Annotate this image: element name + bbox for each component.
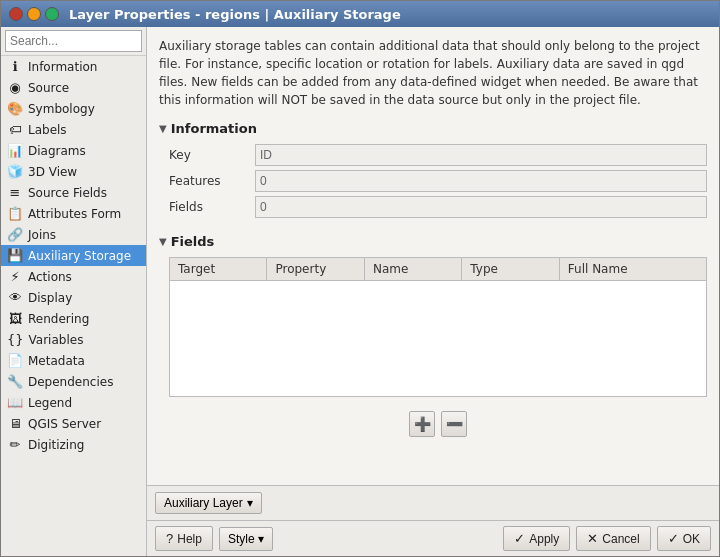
sidebar-item-display[interactable]: 👁 Display [1, 287, 146, 308]
sidebar-item-legend[interactable]: 📖 Legend [1, 392, 146, 413]
ok-label: OK [683, 532, 700, 546]
sidebar-item-label: Information [28, 60, 97, 74]
remove-field-button[interactable]: ➖ [441, 411, 467, 437]
sidebar-item-3d-view[interactable]: 🧊 3D View [1, 161, 146, 182]
sidebar-item-actions[interactable]: ⚡ Actions [1, 266, 146, 287]
footer-bar: ? Help Style ▾ ✓ Apply ✕ Cancel [147, 520, 719, 556]
style-arrow-icon: ▾ [258, 532, 264, 546]
close-button[interactable] [9, 7, 23, 21]
col-target: Target [170, 258, 267, 280]
symbology-icon: 🎨 [7, 101, 23, 116]
key-input[interactable] [255, 144, 707, 166]
titlebar: Layer Properties - regions | Auxiliary S… [1, 1, 719, 27]
sidebar-item-label: Source [28, 81, 69, 95]
content-area: Auxiliary storage tables can contain add… [147, 27, 719, 556]
add-icon: ➕ [414, 416, 431, 432]
cancel-label: Cancel [602, 532, 639, 546]
fields-form-label: Fields [169, 196, 249, 218]
source-fields-icon: ≡ [7, 185, 23, 200]
fields-form-input[interactable] [255, 196, 707, 218]
rendering-icon: 🖼 [7, 311, 23, 326]
main-area: ℹ Information ◉ Source 🎨 Symbology 🏷 Lab… [1, 27, 719, 556]
dependencies-icon: 🔧 [7, 374, 23, 389]
sidebar-item-qgis-server[interactable]: 🖥 QGIS Server [1, 413, 146, 434]
apply-button[interactable]: ✓ Apply [503, 526, 570, 551]
col-property: Property [267, 258, 364, 280]
fields-arrow-icon: ▼ [159, 236, 167, 247]
qgis-server-icon: 🖥 [7, 416, 23, 431]
sidebar-item-label: Diagrams [28, 144, 86, 158]
help-label: Help [177, 532, 202, 546]
add-field-button[interactable]: ➕ [409, 411, 435, 437]
display-icon: 👁 [7, 290, 23, 305]
maximize-button[interactable] [45, 7, 59, 21]
sidebar-item-rendering[interactable]: 🖼 Rendering [1, 308, 146, 329]
fields-table-container: Target Property Name Type Full Name [169, 257, 707, 397]
sidebar-item-source-fields[interactable]: ≡ Source Fields [1, 182, 146, 203]
features-input[interactable] [255, 170, 707, 192]
features-label: Features [169, 170, 249, 192]
minimize-button[interactable] [27, 7, 41, 21]
sidebar-item-metadata[interactable]: 📄 Metadata [1, 350, 146, 371]
key-label: Key [169, 144, 249, 166]
cancel-button[interactable]: ✕ Cancel [576, 526, 650, 551]
information-icon: ℹ [7, 59, 23, 74]
legend-icon: 📖 [7, 395, 23, 410]
style-button[interactable]: Style ▾ [219, 527, 273, 551]
labels-icon: 🏷 [7, 122, 23, 137]
ok-icon: ✓ [668, 531, 679, 546]
sidebar-item-label: Auxiliary Storage [28, 249, 131, 263]
sidebar: ℹ Information ◉ Source 🎨 Symbology 🏷 Lab… [1, 27, 147, 556]
joins-icon: 🔗 [7, 227, 23, 242]
sidebar-item-attributes-form[interactable]: 📋 Attributes Form [1, 203, 146, 224]
window-title: Layer Properties - regions | Auxiliary S… [69, 7, 401, 22]
sidebar-item-dependencies[interactable]: 🔧 Dependencies [1, 371, 146, 392]
information-form: Key Features Fields [169, 144, 707, 218]
sidebar-item-variables[interactable]: {} Variables [1, 329, 146, 350]
sidebar-item-diagrams[interactable]: 📊 Diagrams [1, 140, 146, 161]
auxiliary-layer-label: Auxiliary Layer [164, 496, 243, 510]
sidebar-item-symbology[interactable]: 🎨 Symbology [1, 98, 146, 119]
help-icon: ? [166, 531, 173, 546]
description-text: Auxiliary storage tables can contain add… [159, 37, 707, 109]
sidebar-item-label: Display [28, 291, 72, 305]
diagrams-icon: 📊 [7, 143, 23, 158]
col-fullname: Full Name [560, 258, 706, 280]
sidebar-item-information[interactable]: ℹ Information [1, 56, 146, 77]
actions-icon: ⚡ [7, 269, 23, 284]
window-controls[interactable] [9, 7, 59, 21]
information-section-header: ▼ Information [159, 121, 707, 136]
sidebar-item-source[interactable]: ◉ Source [1, 77, 146, 98]
sidebar-item-label: Labels [28, 123, 67, 137]
search-box [1, 27, 146, 56]
style-label: Style [228, 532, 255, 546]
sidebar-item-label: Joins [28, 228, 56, 242]
ok-button[interactable]: ✓ OK [657, 526, 711, 551]
main-window: Layer Properties - regions | Auxiliary S… [0, 0, 720, 557]
sidebar-item-label: Variables [29, 333, 84, 347]
sidebar-item-label: Attributes Form [28, 207, 121, 221]
sidebar-item-label: Rendering [28, 312, 89, 326]
apply-icon: ✓ [514, 531, 525, 546]
sidebar-item-labels[interactable]: 🏷 Labels [1, 119, 146, 140]
3d-view-icon: 🧊 [7, 164, 23, 179]
bottom-bar: Auxiliary Layer ▾ [147, 485, 719, 520]
auxiliary-layer-button[interactable]: Auxiliary Layer ▾ [155, 492, 262, 514]
help-button[interactable]: ? Help [155, 526, 213, 551]
table-actions: ➕ ➖ [169, 405, 707, 443]
sidebar-item-digitizing[interactable]: ✏ Digitizing [1, 434, 146, 455]
sidebar-item-joins[interactable]: 🔗 Joins [1, 224, 146, 245]
auxiliary-storage-icon: 💾 [7, 248, 23, 263]
sidebar-item-label: Digitizing [28, 438, 84, 452]
cancel-icon: ✕ [587, 531, 598, 546]
search-input[interactable] [5, 30, 142, 52]
sidebar-item-label: QGIS Server [28, 417, 101, 431]
metadata-icon: 📄 [7, 353, 23, 368]
variables-icon: {} [7, 332, 24, 347]
auxiliary-layer-arrow-icon: ▾ [247, 496, 253, 510]
col-type: Type [462, 258, 559, 280]
sidebar-item-auxiliary-storage[interactable]: 💾 Auxiliary Storage [1, 245, 146, 266]
apply-label: Apply [529, 532, 559, 546]
sidebar-item-label: Actions [28, 270, 72, 284]
sidebar-item-label: Metadata [28, 354, 85, 368]
